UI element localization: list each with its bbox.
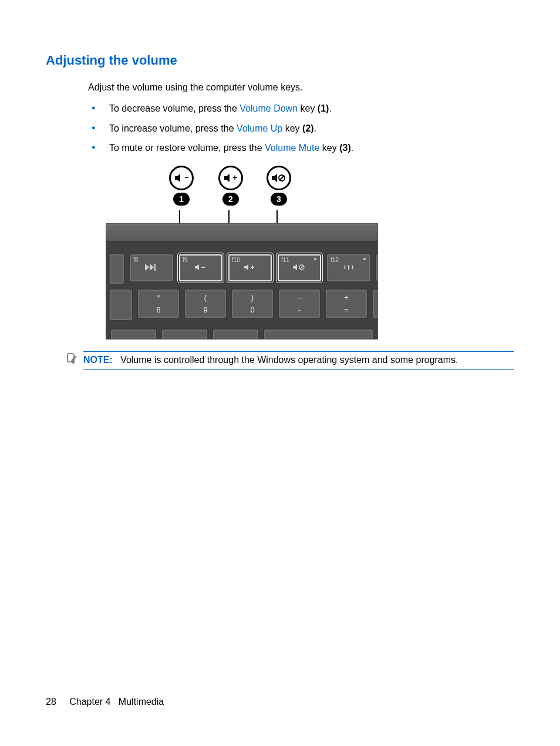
volume-up-link[interactable]: Volume Up [237, 123, 282, 133]
key-ref: (3) [339, 143, 351, 153]
document-page: Adjusting the volume Adjust the volume u… [0, 0, 560, 746]
key-label: f9 [183, 257, 187, 263]
key-label: f8 [133, 257, 138, 263]
f8-key: f8 [129, 253, 174, 283]
key-sub: 9 [203, 305, 207, 314]
svg-text:+: + [232, 173, 237, 182]
note-box: NOTE: Volume is controlled through the W… [66, 351, 514, 370]
callout-1: − 1 [169, 166, 194, 206]
function-key-row: f8 f9 f10 [106, 250, 377, 285]
section-heading: Adjusting the volume [46, 53, 514, 68]
volume-instruction-list: To decrease volume, press the Volume Dow… [88, 102, 514, 154]
volume-down-link[interactable]: Volume Down [239, 103, 298, 113]
callout-2: + 2 [218, 166, 243, 206]
svg-rect-7 [252, 266, 253, 269]
volume-mute-link[interactable]: Volume Mute [265, 143, 319, 153]
partial-key [263, 328, 374, 340]
f12-key: f12 [326, 253, 372, 283]
callout-row: − 1 + 2 [106, 166, 377, 210]
chapter-title: Multimedia [119, 697, 164, 707]
indicator-dot [314, 258, 316, 260]
partial-key: ins [375, 253, 378, 283]
key-sup: ( [204, 293, 207, 302]
list-item: To increase volume, press the Volume Up … [88, 122, 514, 135]
key-label: f10 [232, 257, 240, 263]
note-icon [66, 351, 77, 364]
callout-3: 3 [266, 166, 291, 206]
leader-row [106, 210, 377, 223]
svg-rect-10 [348, 265, 349, 270]
number-key-row: * 8 ( 9 ) 0 – - + = [106, 285, 377, 325]
partial-key [110, 328, 157, 340]
leader-line [228, 210, 230, 223]
key-sup: – [297, 293, 301, 302]
list-item: To decrease volume, press the Volume Dow… [88, 102, 514, 115]
text: . [329, 103, 331, 113]
keyboard-edge [106, 224, 377, 241]
svg-rect-4 [154, 264, 156, 271]
key-minus: – - [278, 288, 321, 319]
f9-volume-down-key: f9 [178, 253, 224, 283]
text: . [314, 123, 316, 133]
leader-line [179, 210, 180, 223]
keyboard-illustration: f8 f9 f10 [106, 223, 378, 340]
partial-key [110, 253, 125, 285]
indicator-dot [363, 258, 366, 260]
svg-line-9 [300, 266, 303, 269]
text: key [319, 143, 339, 153]
note-body: NOTE: Volume is controlled through the W… [83, 351, 514, 370]
text: To increase volume, press the [109, 123, 237, 133]
callout-number: 1 [173, 193, 190, 206]
leader-line [276, 210, 278, 223]
f10-volume-up-key: f10 [227, 253, 273, 283]
chapter-label: Chapter 4 [69, 697, 110, 707]
svg-text:−: − [184, 173, 188, 182]
key-sub: 8 [156, 305, 160, 314]
partial-key [161, 328, 208, 340]
svg-rect-5 [201, 267, 205, 268]
keyboard-bottom-row [106, 325, 377, 339]
volume-down-icon: − [169, 166, 194, 190]
key-equals: + = [325, 288, 368, 319]
text: To decrease volume, press the [109, 103, 239, 113]
volume-mute-icon [293, 263, 306, 273]
partial-key [212, 328, 259, 340]
f11-volume-mute-key: f11 [276, 253, 322, 283]
key-0: ) 0 [231, 288, 274, 319]
keyboard-spacer [106, 241, 377, 250]
skip-icon [145, 263, 158, 273]
key-sub: 0 [250, 305, 254, 314]
volume-down-icon [195, 263, 207, 273]
volume-up-icon: + [218, 166, 243, 190]
volume-up-icon [244, 263, 256, 273]
text: To mute or restore volume, press the [109, 143, 265, 153]
wifi-icon [343, 263, 355, 273]
note-label: NOTE: [83, 355, 113, 365]
key-label: f11 [281, 257, 289, 263]
svg-line-3 [279, 176, 284, 180]
key-sup: + [344, 293, 349, 302]
callout-number: 3 [271, 193, 287, 206]
key-label: f12 [330, 257, 339, 263]
key-ref: (2) [302, 123, 314, 133]
key-ref: (1) [318, 103, 329, 113]
key-sup: ) [251, 293, 254, 302]
page-number: 28 [46, 697, 56, 707]
keyboard-figure: − 1 + 2 [106, 166, 377, 340]
key-sup: * [157, 293, 160, 302]
key-sub: - [298, 305, 301, 314]
list-item: To mute or restore volume, press the Vol… [88, 142, 514, 154]
key-9: ( 9 [184, 288, 227, 319]
partial-key [110, 288, 133, 321]
page-footer: 28 Chapter 4 Multimedia [46, 697, 164, 707]
note-text: Volume is controlled through the Windows… [120, 355, 458, 365]
callout-number: 2 [222, 193, 239, 206]
partial-key [372, 288, 378, 319]
key-8: * 8 [137, 288, 180, 319]
key-sub: = [344, 305, 349, 314]
volume-mute-icon [266, 166, 291, 190]
intro-paragraph: Adjust the volume using the computer vol… [88, 81, 514, 94]
text: key [282, 123, 302, 133]
text: key [298, 103, 318, 113]
text: . [351, 143, 353, 153]
